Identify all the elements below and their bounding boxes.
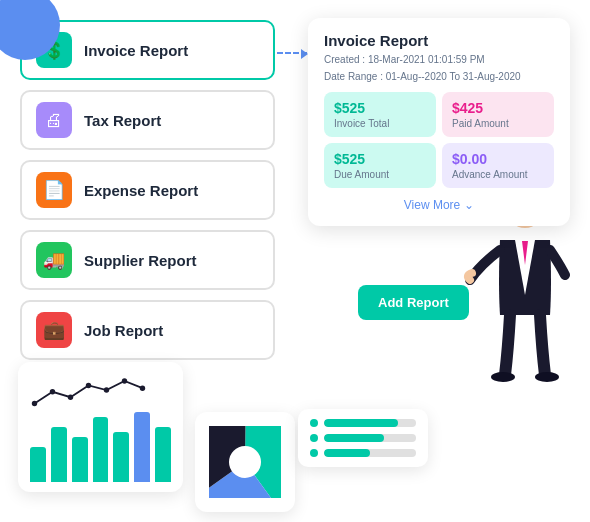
- cell-label-2: Due Amount: [334, 169, 426, 180]
- svg-point-3: [535, 372, 559, 382]
- progress-widget: [298, 409, 428, 467]
- view-more-link[interactable]: View More ⌄: [324, 198, 554, 212]
- progress-bar-fill-2: [324, 449, 370, 457]
- cell-amount-2: $525: [334, 151, 426, 167]
- expense-icon: 📄: [36, 172, 72, 208]
- progress-bar-bg-0: [324, 419, 416, 427]
- svg-point-7: [86, 383, 91, 388]
- main-container: 💲Invoice Report🖨Tax Report📄Expense Repor…: [0, 0, 590, 522]
- expense-label: Expense Report: [84, 182, 198, 199]
- progress-row-1: [310, 434, 416, 442]
- progress-bar-fill-1: [324, 434, 384, 442]
- invoice-card: Invoice Report Created : 18-Mar-2021 01:…: [308, 18, 570, 226]
- tax-label: Tax Report: [84, 112, 161, 129]
- chevron-down-icon: ⌄: [464, 198, 474, 212]
- bar-1: [51, 427, 67, 482]
- invoice-date-range: Date Range : 01-Aug--2020 To 31-Aug-2020: [324, 69, 554, 84]
- bar-2: [72, 437, 88, 482]
- svg-point-2: [491, 372, 515, 382]
- invoice-card-title: Invoice Report: [324, 32, 554, 49]
- bar-5: [134, 412, 150, 482]
- invoice-label: Invoice Report: [84, 42, 188, 59]
- cell-label-1: Paid Amount: [452, 118, 544, 129]
- bar-chart-widget: [18, 362, 183, 492]
- svg-point-9: [122, 378, 127, 383]
- line-chart-overlay: [28, 372, 158, 417]
- job-icon: 💼: [36, 312, 72, 348]
- supplier-label: Supplier Report: [84, 252, 197, 269]
- cell-amount-3: $0.00: [452, 151, 544, 167]
- report-item-tax[interactable]: 🖨Tax Report: [20, 90, 275, 150]
- svg-point-10: [140, 386, 145, 391]
- progress-bar-bg-2: [324, 449, 416, 457]
- job-label: Job Report: [84, 322, 163, 339]
- progress-row-0: [310, 419, 416, 427]
- bar-0: [30, 447, 46, 482]
- svg-point-14: [229, 446, 261, 478]
- progress-bar-bg-1: [324, 434, 416, 442]
- cell-label-0: Invoice Total: [334, 118, 426, 129]
- report-item-expense[interactable]: 📄Expense Report: [20, 160, 275, 220]
- invoice-cell-2: $525Due Amount: [324, 143, 436, 188]
- svg-point-8: [104, 387, 109, 392]
- dashed-arrow: [277, 52, 307, 54]
- tax-icon: 🖨: [36, 102, 72, 138]
- progress-bar-fill-0: [324, 419, 398, 427]
- cell-amount-1: $425: [452, 100, 544, 116]
- invoice-cell-0: $525Invoice Total: [324, 92, 436, 137]
- supplier-icon: 🚚: [36, 242, 72, 278]
- svg-point-4: [32, 401, 37, 406]
- svg-point-6: [68, 395, 73, 400]
- invoice-cell-1: $425Paid Amount: [442, 92, 554, 137]
- report-item-job[interactable]: 💼Job Report: [20, 300, 275, 360]
- cell-amount-0: $525: [334, 100, 426, 116]
- cell-label-3: Advance Amount: [452, 169, 544, 180]
- bar-6: [155, 427, 171, 482]
- bar-4: [113, 432, 129, 482]
- progress-dot-2: [310, 449, 318, 457]
- report-list: 💲Invoice Report🖨Tax Report📄Expense Repor…: [20, 20, 275, 360]
- report-item-supplier[interactable]: 🚚Supplier Report: [20, 230, 275, 290]
- progress-dot-0: [310, 419, 318, 427]
- invoice-cell-3: $0.00Advance Amount: [442, 143, 554, 188]
- add-report-button[interactable]: Add Report: [358, 285, 469, 320]
- progress-row-2: [310, 449, 416, 457]
- invoice-created: Created : 18-Mar-2021 01:01:59 PM: [324, 52, 554, 67]
- bar-3: [93, 417, 109, 482]
- pie-chart-widget: [195, 412, 295, 512]
- invoice-grid: $525Invoice Total$425Paid Amount$525Due …: [324, 92, 554, 188]
- progress-dot-1: [310, 434, 318, 442]
- svg-point-5: [50, 389, 55, 394]
